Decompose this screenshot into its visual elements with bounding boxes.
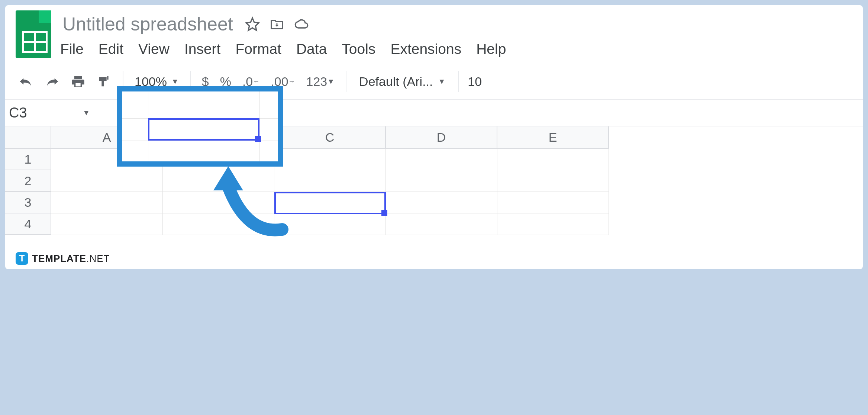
- font-size-input[interactable]: 10: [468, 74, 482, 89]
- grid-line: [122, 141, 278, 141]
- titlebar: Untitled spreadsheet File Edit View Inse…: [5, 5, 863, 64]
- menu-extensions[interactable]: Extensions: [390, 41, 461, 57]
- cell-c2[interactable]: [274, 170, 386, 192]
- menu-edit[interactable]: Edit: [99, 41, 123, 57]
- document-title[interactable]: Untitled spreadsheet: [60, 13, 235, 36]
- undo-button[interactable]: [16, 75, 36, 88]
- column-header-d[interactable]: D: [386, 126, 497, 149]
- cell-e4[interactable]: [497, 213, 609, 235]
- sheets-logo-icon[interactable]: [16, 10, 51, 58]
- chevron-down-icon: ▼: [171, 77, 179, 86]
- watermark: T TEMPLATE.NET: [16, 252, 110, 265]
- watermark-badge-icon: T: [16, 252, 28, 265]
- cell-b4[interactable]: [163, 213, 274, 235]
- number-format-dropdown[interactable]: 123 ▼: [304, 73, 337, 90]
- cell-e1[interactable]: [497, 149, 609, 170]
- chevron-down-icon: ▼: [438, 77, 445, 86]
- label: Default (Ari...: [359, 74, 433, 89]
- menubar: File Edit View Insert Format Data Tools …: [60, 36, 855, 64]
- selection-fill-handle: [255, 136, 261, 142]
- row-header-1[interactable]: 1: [5, 149, 51, 170]
- move-folder-icon[interactable]: [270, 17, 284, 32]
- cell-a4[interactable]: [51, 213, 163, 235]
- cell-d4[interactable]: [386, 213, 497, 235]
- column-header-e[interactable]: E: [497, 126, 609, 149]
- select-all-corner[interactable]: [5, 126, 51, 149]
- menu-file[interactable]: File: [60, 41, 84, 57]
- name-box[interactable]: C3 ▼: [5, 105, 97, 121]
- row-header-3[interactable]: 3: [5, 192, 51, 213]
- cell-c1[interactable]: [274, 149, 386, 170]
- paint-format-button[interactable]: [94, 73, 114, 90]
- title-area: Untitled spreadsheet File Edit View Inse…: [60, 10, 855, 64]
- cell-d2[interactable]: [386, 170, 497, 192]
- cloud-status-icon[interactable]: [294, 17, 309, 32]
- menu-data[interactable]: Data: [296, 41, 327, 57]
- row-header-2[interactable]: 2: [5, 170, 51, 192]
- cell-c3[interactable]: [274, 192, 386, 213]
- cell-a2[interactable]: [51, 170, 163, 192]
- watermark-suffix: .NET: [86, 253, 110, 264]
- menu-format[interactable]: Format: [235, 41, 281, 57]
- cell-c4[interactable]: [274, 213, 386, 235]
- watermark-name: TEMPLATE: [32, 253, 86, 264]
- menu-tools[interactable]: Tools: [342, 41, 375, 57]
- menu-view[interactable]: View: [138, 41, 170, 57]
- column-header-c[interactable]: C: [274, 126, 386, 149]
- cell-e3[interactable]: [497, 192, 609, 213]
- grid-line: [259, 91, 260, 161]
- print-button[interactable]: [68, 73, 88, 90]
- star-icon[interactable]: [245, 17, 260, 32]
- title-row: Untitled spreadsheet: [60, 13, 855, 36]
- namebox-value: C3: [9, 105, 27, 121]
- cell-e2[interactable]: [497, 170, 609, 192]
- cell-b2[interactable]: [163, 170, 274, 192]
- cell-a3[interactable]: [51, 192, 163, 213]
- cell-b3[interactable]: [163, 192, 274, 213]
- cell-d3[interactable]: [386, 192, 497, 213]
- svg-rect-0: [75, 83, 80, 86]
- menu-insert[interactable]: Insert: [184, 41, 221, 57]
- cell-d1[interactable]: [386, 149, 497, 170]
- annotation-selected-cell: [148, 118, 259, 141]
- toolbar-separator: [458, 71, 459, 92]
- annotation-callout: [117, 86, 283, 167]
- chevron-down-icon: ▼: [327, 77, 335, 86]
- chevron-down-icon: ▼: [83, 109, 90, 117]
- app-window: Untitled spreadsheet File Edit View Inse…: [5, 5, 863, 269]
- row-header-4[interactable]: 4: [5, 213, 51, 235]
- redo-button[interactable]: [42, 75, 62, 88]
- toolbar-separator: [346, 71, 346, 92]
- font-family-dropdown[interactable]: Default (Ari... ▼: [355, 74, 449, 89]
- label: 123: [306, 74, 327, 89]
- watermark-text: TEMPLATE.NET: [32, 253, 110, 264]
- menu-help[interactable]: Help: [476, 41, 506, 57]
